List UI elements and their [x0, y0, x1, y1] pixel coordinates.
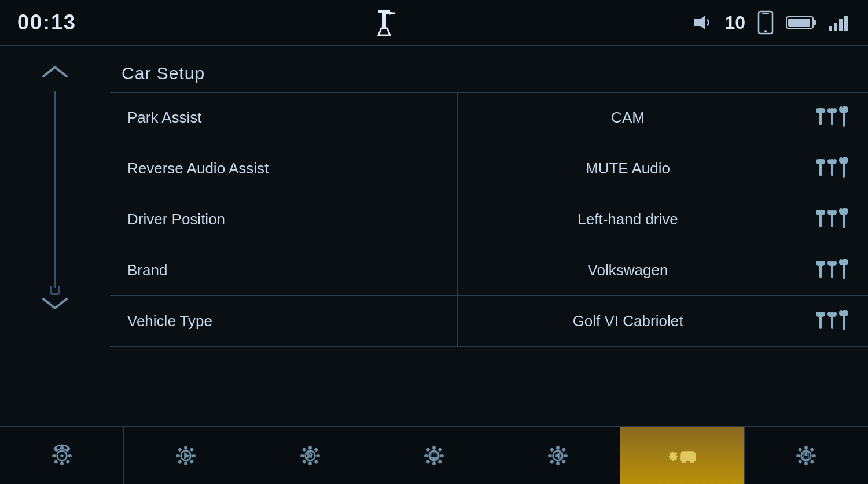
- svg-rect-75: [557, 461, 560, 465]
- svg-rect-74: [557, 446, 560, 450]
- svg-rect-46: [192, 454, 196, 457]
- svg-rect-66: [424, 454, 428, 457]
- svg-rect-36: [68, 454, 72, 457]
- setting-label: Brand: [110, 245, 457, 296]
- svg-rect-10: [813, 20, 816, 25]
- svg-rect-97: [805, 453, 808, 456]
- svg-rect-49: [178, 459, 182, 464]
- svg-rect-11: [788, 19, 810, 27]
- table-row[interactable]: Vehicle TypeGolf VI Cabriolet: [110, 296, 868, 347]
- wrench-icon: [815, 309, 852, 331]
- setting-value: CAM: [457, 93, 799, 143]
- setting-action-button[interactable]: [799, 296, 868, 347]
- svg-rect-26: [831, 261, 833, 263]
- nav-item-screen[interactable]: [372, 427, 496, 484]
- svg-marker-2: [378, 28, 390, 35]
- svg-rect-34: [60, 461, 64, 465]
- svg-rect-77: [564, 454, 568, 457]
- table-row[interactable]: Driver PositionLeft-hand drive: [110, 194, 868, 245]
- scroll-indicator: [54, 91, 56, 288]
- status-right: 10: [692, 10, 851, 35]
- svg-rect-54: [300, 454, 304, 457]
- nav-item-battery-system[interactable]: [745, 427, 868, 484]
- signal-icon: [827, 13, 851, 32]
- svg-rect-16: [819, 108, 822, 110]
- setting-value: Volkswagen: [457, 245, 799, 296]
- left-sidebar: [0, 46, 110, 426]
- svg-rect-29: [831, 312, 833, 314]
- gear-screen-icon: [418, 439, 450, 472]
- nav-item-audio[interactable]: [496, 427, 620, 484]
- svg-rect-20: [831, 159, 833, 161]
- setting-label: Reverse Audio Assist: [110, 143, 457, 194]
- svg-rect-23: [831, 210, 833, 212]
- svg-rect-24: [843, 208, 845, 211]
- svg-rect-35: [52, 454, 56, 457]
- svg-rect-64: [432, 446, 436, 450]
- setting-action-button[interactable]: [799, 143, 868, 194]
- volume-icon: [692, 13, 714, 32]
- svg-rect-105: [810, 459, 815, 464]
- nav-item-car[interactable]: [620, 427, 744, 484]
- svg-rect-79: [562, 448, 567, 452]
- svg-point-8: [764, 30, 767, 32]
- clock: 00:13: [17, 10, 76, 35]
- setting-value: Golf VI Cabriolet: [457, 296, 799, 347]
- gear-audio-icon: [542, 439, 574, 472]
- setting-action-button[interactable]: [799, 194, 868, 245]
- svg-rect-12: [829, 26, 832, 31]
- wrench-icon: [815, 258, 852, 280]
- wrench-icon: [815, 157, 852, 179]
- settings-table-area: Car Setup Park AssistCAM Reverse Audio A…: [110, 46, 868, 426]
- setting-label: Vehicle Type: [110, 296, 457, 347]
- svg-marker-5: [694, 16, 705, 29]
- svg-rect-40: [65, 459, 70, 464]
- svg-rect-28: [819, 312, 822, 314]
- svg-rect-85: [672, 459, 675, 461]
- wrench-icon: [815, 106, 852, 128]
- nav-item-signal[interactable]: [0, 427, 124, 484]
- svg-rect-17: [831, 108, 833, 110]
- navigation-icon: [367, 5, 402, 40]
- nav-item-play[interactable]: [124, 427, 248, 484]
- svg-point-83: [672, 456, 675, 458]
- svg-rect-68: [426, 448, 431, 452]
- table-row[interactable]: Reverse Audio AssistMUTE Audio: [110, 143, 868, 194]
- svg-rect-71: [437, 459, 442, 464]
- chevron-up-icon[interactable]: [41, 64, 69, 84]
- svg-rect-59: [314, 459, 318, 464]
- svg-rect-19: [819, 159, 822, 161]
- svg-rect-70: [426, 459, 431, 464]
- svg-rect-56: [301, 448, 306, 452]
- nav-icon-center: [367, 5, 402, 40]
- svg-rect-18: [843, 106, 845, 109]
- main-content: Car Setup Park AssistCAM Reverse Audio A…: [0, 46, 868, 426]
- svg-rect-67: [440, 454, 444, 457]
- svg-point-92: [682, 459, 686, 463]
- svg-rect-55: [316, 454, 320, 457]
- gear-play-icon: [170, 439, 202, 472]
- svg-rect-102: [798, 448, 803, 452]
- svg-rect-61: [431, 453, 437, 457]
- table-row[interactable]: Park AssistCAM: [110, 93, 868, 143]
- nav-item-bluetooth[interactable]: [248, 427, 372, 484]
- volume-level: 10: [724, 12, 745, 34]
- svg-rect-52: [308, 446, 312, 450]
- svg-rect-39: [53, 459, 58, 464]
- svg-rect-48: [189, 448, 194, 452]
- svg-rect-47: [178, 448, 182, 452]
- svg-rect-58: [301, 459, 306, 464]
- setting-action-button[interactable]: [799, 245, 868, 296]
- chevron-down-icon[interactable]: [41, 295, 69, 316]
- svg-rect-84: [672, 452, 675, 454]
- svg-rect-13: [834, 23, 837, 31]
- svg-rect-53: [308, 461, 312, 465]
- setting-label: Driver Position: [110, 194, 457, 245]
- svg-rect-86: [669, 456, 671, 458]
- svg-rect-22: [819, 210, 822, 212]
- setting-action-button[interactable]: [799, 93, 868, 143]
- settings-table: Park AssistCAM Reverse Audio AssistMUTE …: [110, 92, 868, 347]
- table-row[interactable]: BrandVolkswagen: [110, 245, 868, 296]
- svg-rect-50: [189, 459, 194, 464]
- phone-icon: [756, 10, 775, 35]
